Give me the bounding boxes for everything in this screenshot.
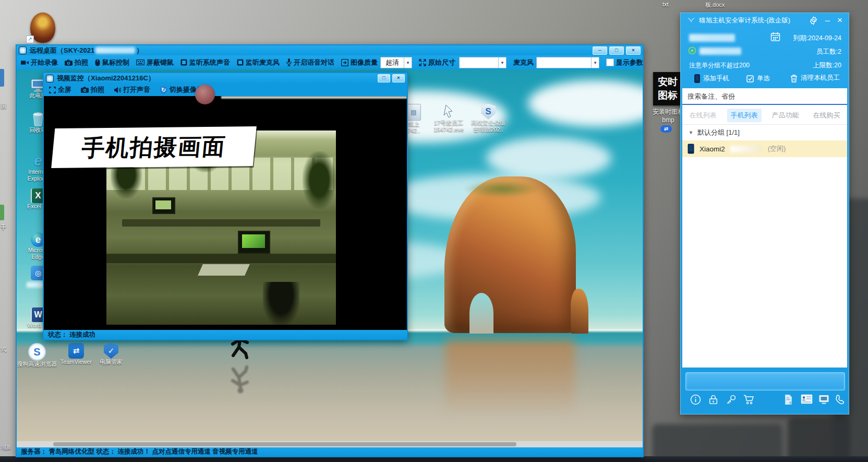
- caption-overlay: 手机拍摄画面: [51, 126, 257, 168]
- fullscreen-icon: [49, 87, 56, 93]
- chevron-down-icon[interactable]: ▾: [498, 57, 506, 68]
- cut-icon-label: 手: [1, 223, 6, 231]
- remote-window-title-suffix: ）: [136, 46, 143, 55]
- tab-online-list[interactable]: 在线列表: [686, 109, 720, 122]
- search-input[interactable]: [682, 88, 847, 105]
- mouse-control-button[interactable]: 鼠标控制: [95, 58, 129, 67]
- desktop-icon-trio-2[interactable]: 17号发员工154742.exe: [429, 104, 468, 133]
- listen-system-audio-button[interactable]: 监听系统声音: [180, 58, 230, 67]
- remote-titlebar[interactable]: 远程桌面（SKY-2021 ） ─ □ ×: [17, 45, 643, 55]
- key-icon[interactable]: [726, 394, 737, 405]
- photo-button[interactable]: 拍照: [65, 58, 88, 67]
- device-card-icon[interactable]: [818, 394, 829, 405]
- video-titlebar[interactable]: 视频监控（Xiaomi22041216C） □ ×: [44, 73, 407, 84]
- chevron-down-icon[interactable]: ▾: [591, 57, 599, 68]
- video-status-text: 状态： 连接成功: [48, 331, 95, 338]
- expire-date: 到期:2024-09-24: [681, 34, 841, 43]
- recording-indicator-dot: [195, 85, 215, 104]
- original-size-button[interactable]: 原始尺寸: [419, 58, 455, 67]
- desktop-icon-pc-guard[interactable]: ✓ 电脑管家: [94, 343, 128, 365]
- bottom-input-bar[interactable]: [685, 372, 845, 390]
- show-params-checkbox-group[interactable]: 显示参数: [606, 58, 643, 67]
- id-card-icon[interactable]: [801, 394, 813, 404]
- office-desk-row: [122, 219, 320, 227]
- remote-status-bar: 服务器： 青岛网络优化型 状态： 连接成功！ 点对点通信专用通道 音视频专用通道: [17, 447, 643, 456]
- maximize-button[interactable]: □: [378, 74, 390, 82]
- show-params-checkbox[interactable]: [606, 58, 614, 66]
- icon-label: 高枕宝公众版: [471, 120, 505, 126]
- trash-icon: [790, 74, 798, 82]
- close-button[interactable]: ×: [392, 74, 405, 82]
- camera-icon: [65, 60, 73, 66]
- search-box[interactable]: [682, 88, 847, 105]
- panel-titlebar[interactable]: 猫旭主机安全审计系统-(政企版) ─ ×: [681, 13, 849, 28]
- teamviewer-mini-logo[interactable]: ⇄: [660, 125, 672, 133]
- anshi-bmp-icon[interactable]: 安时图标: [653, 72, 682, 105]
- audit-panel-window: 猫旭主机安全审计系统-(政企版) ─ × 到期:2024-09-24 员工数:2…: [680, 13, 849, 414]
- voice-chat-button[interactable]: 开启语音对话: [286, 58, 334, 67]
- minimize-button[interactable]: ─: [593, 46, 607, 55]
- video-app-icon: [46, 75, 54, 82]
- switch-camera-icon: ↻: [160, 86, 167, 94]
- gear-icon[interactable]: [809, 16, 818, 25]
- lock-icon[interactable]: [708, 394, 719, 405]
- runner-reflection: [228, 362, 252, 394]
- info-icon[interactable]: [690, 394, 701, 405]
- office-plant: [303, 151, 336, 209]
- bird-logo-icon: [687, 17, 695, 24]
- single-select-toggle[interactable]: 单选: [746, 74, 770, 83]
- horizontal-scrollbar[interactable]: [17, 441, 643, 447]
- desktop-icon-sogou[interactable]: S 搜狗高速浏览器: [17, 343, 57, 368]
- phone-handset-icon[interactable]: [835, 394, 846, 405]
- desktop-icon-trio-3[interactable]: S 高枕宝公众版密理踏202..: [466, 104, 510, 133]
- host-file-label-txt[interactable]: txt: [662, 1, 669, 7]
- listen-mic-button[interactable]: 监听麦克风: [237, 58, 280, 67]
- resize-arrows-icon: [419, 59, 426, 66]
- camera-icon: [81, 87, 89, 93]
- cloud: [528, 80, 643, 127]
- icon-label: TeamViewer: [61, 359, 92, 365]
- device-name: Xiaomi2: [700, 145, 725, 153]
- office-monitor: [152, 197, 175, 214]
- maximize-button[interactable]: □: [609, 46, 624, 55]
- close-button[interactable]: ×: [626, 46, 641, 55]
- monitor-icon: [180, 59, 187, 66]
- tab-product-features[interactable]: 产品功能: [768, 109, 803, 122]
- snapshot-button[interactable]: 拍照: [81, 85, 104, 94]
- icon-label: 742..: [407, 127, 420, 134]
- host-file-label-docx[interactable]: 板.docx: [705, 1, 725, 9]
- remote-window-title: 远程桌面（SKY-2021: [30, 46, 94, 55]
- monitor-icon: [237, 59, 244, 66]
- cart-icon[interactable]: [743, 394, 755, 405]
- record-button[interactable]: 开始录像: [21, 58, 58, 67]
- video-feed-area: 手机拍摄画面: [44, 96, 407, 330]
- video-window-title: 视频监控（Xiaomi22041216C）: [57, 74, 155, 83]
- close-button[interactable]: ×: [837, 17, 842, 24]
- add-phone-button[interactable]: 添加手机: [694, 74, 729, 83]
- chevron-down-icon[interactable]: ▼: [689, 130, 693, 135]
- bottom-icon-row: [681, 394, 849, 408]
- eagle-emblem-icon[interactable]: [30, 13, 55, 43]
- size-dropdown[interactable]: ▾: [459, 57, 507, 68]
- rock-vegetation: [463, 180, 541, 198]
- group-row[interactable]: ▼ 默认分组 [1/1]: [682, 126, 847, 139]
- desktop-icon-teamviewer[interactable]: ⇄ TeamViewer: [57, 343, 95, 365]
- fullscreen-button[interactable]: 全屏: [49, 85, 71, 94]
- open-sound-button[interactable]: 打开声音: [114, 85, 150, 94]
- minimize-button[interactable]: ─: [825, 17, 830, 25]
- mouse-icon: [95, 59, 100, 66]
- scrollbar-thumb[interactable]: [53, 442, 516, 446]
- device-list-item[interactable]: Xiaomi2 (空闲): [682, 140, 847, 157]
- mic-dropdown[interactable]: ▾: [536, 57, 599, 68]
- chevron-down-icon[interactable]: ▾: [404, 57, 412, 68]
- clean-local-staff-button[interactable]: 清理本机员工: [790, 74, 840, 82]
- quality-dropdown[interactable]: 超清 ▾: [380, 57, 412, 68]
- document-gear-icon[interactable]: [783, 394, 794, 406]
- tab-online-purchase[interactable]: 在线购买: [810, 109, 844, 122]
- office-monitor-screen: [242, 234, 265, 248]
- tab-phone-list[interactable]: 手机列表: [727, 109, 762, 122]
- keyboard-key-shape: [788, 418, 850, 462]
- block-keyboard-button[interactable]: 屏蔽键鼠: [136, 58, 174, 67]
- remote-toolbar: 开始录像 拍照 鼠标控制 屏蔽键鼠 监听系统声音 监听麦克风 开启语音对话 图像…: [17, 55, 643, 69]
- quality-icon: [341, 59, 348, 66]
